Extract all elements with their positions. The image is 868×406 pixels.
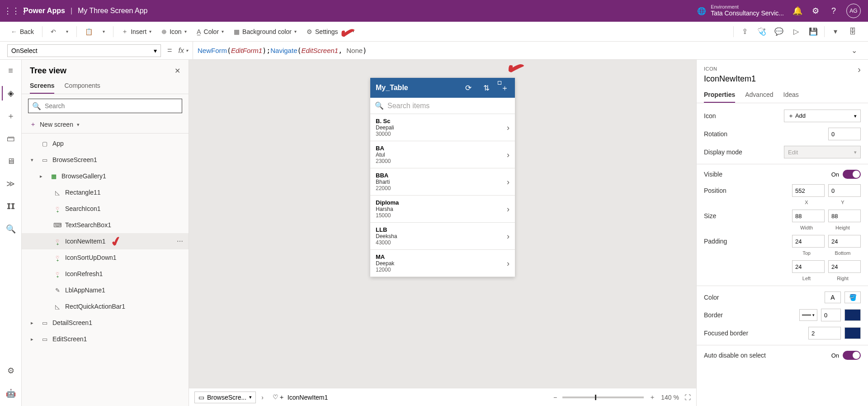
tree-node-textsearchbox[interactable]: ⌨TextSearchBox1 bbox=[22, 217, 189, 233]
tree-view-icon[interactable]: ◈ bbox=[2, 86, 20, 100]
padding-top-input[interactable] bbox=[792, 235, 825, 248]
border-color-swatch[interactable] bbox=[844, 309, 861, 321]
visible-toggle[interactable] bbox=[843, 170, 861, 179]
add-item-icon[interactable]: ＋ bbox=[500, 83, 509, 93]
insert-icon[interactable]: ＋ bbox=[2, 109, 20, 123]
zoom-out-button[interactable]: − bbox=[553, 394, 557, 401]
health-check-button[interactable]: 🩺 bbox=[754, 24, 770, 39]
tab-components[interactable]: Components bbox=[64, 78, 100, 94]
paste-dropdown[interactable]: ▾ bbox=[99, 24, 108, 39]
autodisable-toggle[interactable] bbox=[843, 351, 861, 360]
search-items-row[interactable]: 🔍 Search items bbox=[370, 98, 515, 114]
settings-rail-icon[interactable]: ⚙ bbox=[2, 363, 20, 378]
variables-icon[interactable]: 𝗜𝗜 bbox=[2, 199, 20, 214]
fill-color-button[interactable]: 🪣 bbox=[844, 291, 861, 303]
refresh-icon[interactable]: ⟳ bbox=[463, 83, 473, 93]
list-item[interactable]: LLB Deeksha 43000 › bbox=[370, 223, 515, 250]
font-color-button[interactable]: A bbox=[825, 291, 841, 303]
more-icon[interactable]: ⋯ bbox=[177, 238, 183, 245]
size-height-input[interactable] bbox=[828, 210, 861, 222]
rotation-input[interactable] bbox=[828, 128, 861, 140]
list-item[interactable]: BBA Bharti 22000 › bbox=[370, 168, 515, 196]
settings-button[interactable]: ⚙Settings bbox=[303, 24, 342, 39]
environment-picker[interactable]: 🌐 Environment Tata Consultancy Servic... bbox=[697, 5, 784, 17]
padding-right-input[interactable] bbox=[828, 260, 861, 273]
sort-icon[interactable]: ⇅ bbox=[481, 83, 491, 93]
tree-search-input[interactable] bbox=[45, 102, 178, 110]
publish-dropdown[interactable]: ▾ bbox=[827, 24, 844, 39]
tree-node-browsegallery[interactable]: ▸▦BrowseGallery1 bbox=[22, 168, 189, 184]
save-button[interactable]: 💾 bbox=[805, 24, 821, 39]
expand-formula-button[interactable]: ⌄ bbox=[847, 46, 861, 55]
paste-button[interactable]: 📋 bbox=[81, 24, 96, 39]
preview-button[interactable]: ▷ bbox=[788, 24, 804, 39]
bgcolor-button[interactable]: ▦Background color▾ bbox=[230, 24, 300, 39]
breadcrumb-screen[interactable]: ▭BrowseScre...▾ bbox=[194, 392, 256, 403]
tree-node-app[interactable]: ▢App bbox=[22, 135, 189, 152]
tree-node-iconnewitem[interactable]: ♡＋IconNewItem1✔⋯ bbox=[22, 233, 189, 249]
chevron-right-icon[interactable]: › bbox=[858, 64, 861, 75]
focused-border-color-swatch[interactable] bbox=[844, 327, 861, 339]
list-item[interactable]: MA Deepak 12000 › bbox=[370, 250, 515, 277]
user-avatar[interactable]: AG bbox=[846, 4, 861, 18]
position-x-input[interactable] bbox=[792, 184, 825, 197]
new-screen-button[interactable]: ＋ New screen ▾ bbox=[22, 118, 189, 133]
tab-screens[interactable]: Screens bbox=[30, 78, 54, 94]
tree-node-searchicon[interactable]: ♡＋SearchIcon1 bbox=[22, 201, 189, 217]
color-button[interactable]: A̲Color▾ bbox=[193, 24, 227, 39]
hamburger-icon[interactable]: ≡ bbox=[2, 63, 20, 78]
fit-to-screen-icon[interactable]: ⛶ bbox=[684, 394, 691, 401]
media-icon[interactable]: 🖥 bbox=[2, 154, 20, 168]
tree-node-iconsortupdown[interactable]: ♡＋IconSortUpDown1 bbox=[22, 249, 189, 266]
zoom-slider[interactable] bbox=[562, 396, 644, 398]
tree-node-editscreen[interactable]: ▸▭EditScreen1 bbox=[22, 331, 189, 347]
undo-dropdown[interactable]: ▾ bbox=[62, 24, 72, 39]
list-item[interactable]: BA Atul 23000 › bbox=[370, 141, 515, 168]
add-icon-button[interactable]: ⊕Icon▾ bbox=[158, 24, 190, 39]
chevron-down-icon: ▾ bbox=[66, 29, 68, 34]
zoom-in-button[interactable]: ＋ bbox=[649, 393, 656, 401]
notifications-icon[interactable]: 🔔 bbox=[788, 6, 807, 16]
help-icon[interactable]: ? bbox=[825, 6, 843, 16]
search-icon[interactable]: 🔍 bbox=[2, 222, 20, 236]
insert-button[interactable]: ＋Insert▾ bbox=[118, 24, 155, 39]
border-style-button[interactable]: ▾ bbox=[799, 309, 817, 321]
tree-node-iconrefresh[interactable]: ♡＋IconRefresh1 bbox=[22, 266, 189, 282]
list-item[interactable]: Diploma Harsha 15000 › bbox=[370, 196, 515, 223]
tree-search[interactable]: 🔍 bbox=[28, 99, 182, 113]
tree-node-rectquick[interactable]: ◺RectQuickActionBar1 bbox=[22, 298, 189, 315]
settings-gear-icon[interactable]: ⚙ bbox=[807, 6, 825, 16]
undo-button[interactable]: ↶ bbox=[47, 24, 60, 39]
border-width-input[interactable] bbox=[821, 309, 841, 321]
displaymode-selector[interactable]: Edit▾ bbox=[784, 146, 861, 158]
data-icon[interactable]: 🗃 bbox=[2, 131, 20, 146]
share-button[interactable]: ⇪ bbox=[736, 24, 753, 39]
focused-border-input[interactable] bbox=[808, 327, 841, 339]
close-icon[interactable]: ✕ bbox=[175, 67, 180, 75]
app-launcher-icon[interactable]: ⋮⋮⋮ bbox=[4, 6, 22, 16]
tree-node-lblappname[interactable]: ✎LblAppName1 bbox=[22, 282, 189, 298]
tab-advanced[interactable]: Advanced bbox=[745, 87, 773, 103]
power-automate-icon[interactable]: ≫ bbox=[2, 177, 20, 191]
tab-properties[interactable]: Properties bbox=[704, 87, 735, 103]
tree-node-browsescreen[interactable]: ▾▭BrowseScreen1 bbox=[22, 152, 189, 168]
padding-bottom-input[interactable] bbox=[828, 235, 861, 248]
overflow-button[interactable]: ⋯✔ bbox=[344, 24, 358, 39]
icon-selector[interactable]: ＋ Add▾ bbox=[784, 110, 861, 122]
comments-button[interactable]: 💬 bbox=[771, 24, 787, 39]
fx-label[interactable]: fx▾ bbox=[179, 47, 188, 55]
tab-ideas[interactable]: Ideas bbox=[783, 87, 799, 103]
property-selector[interactable]: OnSelect ▾ bbox=[7, 44, 161, 57]
tree-node-rectangle[interactable]: ◺Rectangle11 bbox=[22, 184, 189, 201]
position-y-input[interactable] bbox=[828, 184, 861, 197]
padding-left-input[interactable] bbox=[792, 260, 825, 273]
breadcrumb-control[interactable]: ♡＋IconNewItem1 bbox=[269, 392, 331, 403]
list-item[interactable]: B. Sc Deepali 30000 › bbox=[370, 114, 515, 141]
formula-input[interactable]: NewForm(EditForm1);Navigate(EditScreen1,… bbox=[193, 42, 843, 59]
size-width-input[interactable] bbox=[792, 210, 825, 222]
virtual-agent-icon[interactable]: 🤖 bbox=[2, 386, 20, 401]
back-button[interactable]: ←Back bbox=[7, 24, 38, 39]
canvas-area[interactable]: ✔ My_Table ⟳ ⇅ ＋ 🔍 Search items B. Sc De… bbox=[189, 60, 696, 406]
tree-node-detailscreen[interactable]: ▸▭DetailScreen1 bbox=[22, 315, 189, 331]
app-checker-button[interactable]: 🗄 bbox=[844, 24, 861, 39]
